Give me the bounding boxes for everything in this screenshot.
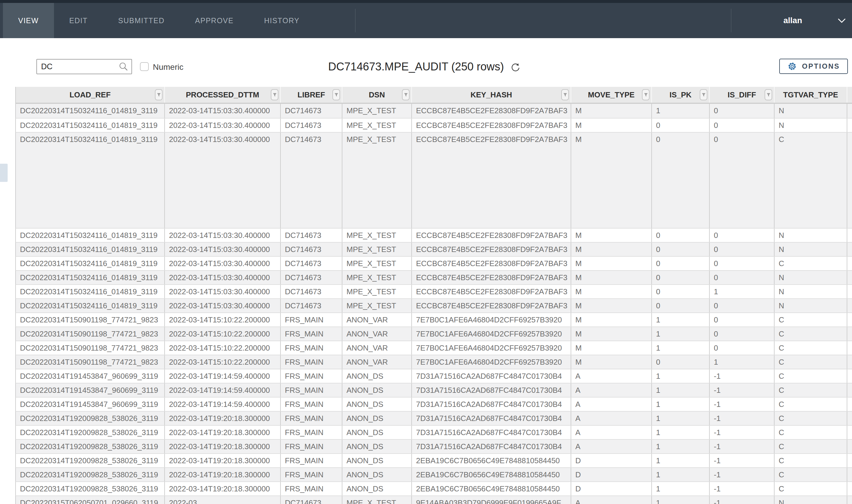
table-cell: C xyxy=(775,454,847,467)
table-cell: N xyxy=(775,229,847,242)
column-header-overflow xyxy=(847,87,852,103)
table-cell: A xyxy=(571,370,652,383)
table-row[interactable]: DC20220314T192009828_538026_31192022-03-… xyxy=(15,467,852,481)
table-cell: ECCBC87E4B5CE2FE28308FD9F2A7BAF3 xyxy=(412,104,571,118)
table-cell: DC20220314T192009828_538026_3119 xyxy=(16,412,165,425)
table-row[interactable]: DC20220314T192009828_538026_31192022-03-… xyxy=(15,425,852,439)
table-cell: DC20220314T192009828_538026_3119 xyxy=(16,440,165,453)
table-cell: -1 xyxy=(710,397,775,411)
table-row[interactable]: DC20220314T192009828_538026_31192022-03-… xyxy=(15,453,852,467)
table-row[interactable]: DC20220314T150324116_014819_31192022-03-… xyxy=(15,228,852,242)
table-row[interactable]: DC20220314T150324116_014819_31192022-03-… xyxy=(15,256,852,270)
table-cell: ECCBC87E4B5CE2FE28308FD9F2A7BAF3 xyxy=(412,242,571,256)
refresh-icon[interactable] xyxy=(510,62,521,73)
tab-view[interactable]: VIEW xyxy=(3,3,54,38)
table-cell: FRS_MAIN xyxy=(281,454,342,467)
gear-icon xyxy=(787,61,797,71)
table-cell: ECCBC87E4B5CE2FE28308FD9F2A7BAF3 xyxy=(412,132,571,228)
table-cell: DC20220314T150324116_014819_3119 xyxy=(16,132,165,228)
table-row[interactable]: DC20220314T150324116_014819_31192022-03-… xyxy=(15,104,852,118)
table-row[interactable]: DC20220314T150324116_014819_31192022-03-… xyxy=(15,132,852,228)
table-cell: MPE_X_TEST xyxy=(342,132,412,228)
table-cell: 0 xyxy=(652,119,710,132)
table-cell: DC20220314T150324116_014819_3119 xyxy=(16,299,165,312)
left-panel-handle[interactable] xyxy=(0,164,7,182)
table-cell: 2022-03-14T15:03:30.400000 xyxy=(165,271,281,284)
table-row[interactable]: DC20220314T150901198_774721_98232022-03-… xyxy=(15,326,852,341)
table-cell xyxy=(847,454,852,467)
column-header-libref: LIBREF xyxy=(281,87,342,103)
table-cell: C xyxy=(775,397,847,411)
table-row[interactable]: DC20220314T150324116_014819_31192022-03-… xyxy=(15,118,852,132)
table-cell: ANON_DS xyxy=(342,468,412,481)
tab-history[interactable]: HISTORY xyxy=(249,3,315,38)
table-row[interactable]: DC20220314T150324116_014819_31192022-03-… xyxy=(15,242,852,256)
funnel-icon[interactable] xyxy=(700,89,707,100)
table-row[interactable]: DC20220314T150324116_014819_31192022-03-… xyxy=(15,298,852,312)
funnel-icon[interactable] xyxy=(155,89,163,100)
table-cell: 2022-03-14T19:20:18.300000 xyxy=(165,426,281,439)
tab-submitted[interactable]: SUBMITTED xyxy=(103,3,180,38)
tab-approve[interactable]: APPROVE xyxy=(180,3,249,38)
options-button[interactable]: OPTIONS xyxy=(779,59,848,74)
table-cell: 0 xyxy=(652,285,710,298)
funnel-icon[interactable] xyxy=(332,89,340,100)
funnel-icon[interactable] xyxy=(561,89,569,100)
table-cell: MPE_X_TEST xyxy=(342,496,412,504)
table-row[interactable]: DC20220314T150324116_014819_31192022-03-… xyxy=(15,284,852,298)
tab-edit[interactable]: EDIT xyxy=(54,3,103,38)
table-row[interactable]: DC20220314T150901198_774721_98232022-03-… xyxy=(15,341,852,355)
table-cell: ANON_DS xyxy=(342,370,412,383)
table-cell: -1 xyxy=(710,370,775,383)
table-cell: 0 xyxy=(652,242,710,256)
table-cell xyxy=(847,104,852,118)
table-cell: M xyxy=(571,132,652,228)
column-header-label: PROCESSED_DTTM xyxy=(186,90,259,100)
table-cell: 2022-03-14T19:20:18.300000 xyxy=(165,412,281,425)
table-row[interactable]: DC20220314T150901198_774721_98232022-03-… xyxy=(15,355,852,369)
table-row[interactable]: DC20220314T191453847_960699_31192022-03-… xyxy=(15,383,852,397)
table-cell: 7D31A71516CA2AD687FC4847C01730B4 xyxy=(412,383,571,397)
table-cell: 1 xyxy=(652,426,710,439)
search-input[interactable] xyxy=(37,62,119,71)
table-cell xyxy=(847,229,852,242)
user-menu[interactable]: allan xyxy=(783,3,802,38)
table-cell: ECCBC87E4B5CE2FE28308FD9F2A7BAF3 xyxy=(412,299,571,312)
table-cell: M xyxy=(571,119,652,132)
table-row[interactable]: DC20220314T192009828_538026_31192022-03-… xyxy=(15,481,852,496)
table-cell: ANON_VAR xyxy=(342,327,412,341)
table-row[interactable]: DC20220315T062050701_029660_31192022-03D… xyxy=(15,496,852,504)
table-cell: 0 xyxy=(710,119,775,132)
table-cell: N xyxy=(775,285,847,298)
table-row[interactable]: DC20220314T191453847_960699_31192022-03-… xyxy=(15,397,852,411)
table-cell: ANON_DS xyxy=(342,397,412,411)
table-cell: DC714673 xyxy=(281,285,342,298)
table-row[interactable]: DC20220314T150324116_014819_31192022-03-… xyxy=(15,270,852,284)
table-cell: ANON_DS xyxy=(342,426,412,439)
top-nav: VIEWEDITSUBMITTEDAPPROVEHISTORY allan xyxy=(0,3,852,38)
funnel-icon[interactable] xyxy=(642,89,650,100)
table-cell: M xyxy=(571,285,652,298)
table-cell: DC20220314T150324116_014819_3119 xyxy=(16,242,165,256)
chevron-down-icon[interactable] xyxy=(837,18,847,24)
table-row[interactable]: DC20220314T192009828_538026_31192022-03-… xyxy=(15,411,852,425)
table-cell: FRS_MAIN xyxy=(281,468,342,481)
table-cell: 1 xyxy=(652,440,710,453)
funnel-icon[interactable] xyxy=(402,89,410,100)
table-cell: C xyxy=(775,341,847,355)
table-row[interactable]: DC20220314T150901198_774721_98232022-03-… xyxy=(15,312,852,326)
table-cell: DC20220314T192009828_538026_3119 xyxy=(16,468,165,481)
table-cell xyxy=(847,341,852,355)
table-cell: 2022-03-14T19:20:18.300000 xyxy=(165,454,281,467)
funnel-icon[interactable] xyxy=(271,89,278,100)
table-cell: ANON_DS xyxy=(342,412,412,425)
table-cell: DC20220314T150901198_774721_9823 xyxy=(16,355,165,369)
column-header-label: DSN xyxy=(369,90,385,100)
table-cell: 1 xyxy=(652,468,710,481)
table-row[interactable]: DC20220314T192009828_538026_31192022-03-… xyxy=(15,439,852,453)
table-cell: DC20220314T150324116_014819_3119 xyxy=(16,119,165,132)
funnel-icon[interactable] xyxy=(765,89,772,100)
table-row[interactable]: DC20220314T191453847_960699_31192022-03-… xyxy=(15,369,852,383)
numeric-checkbox[interactable] xyxy=(140,62,149,71)
table-cell: DC714673 xyxy=(281,496,342,504)
